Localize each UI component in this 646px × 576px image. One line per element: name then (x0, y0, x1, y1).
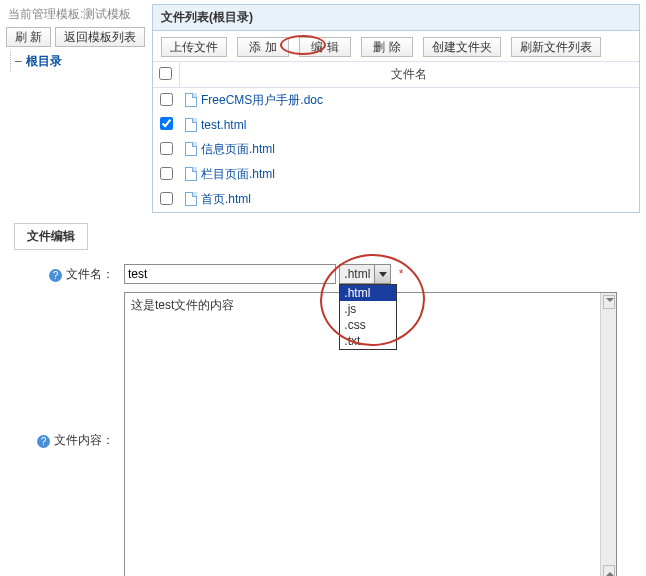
row-checkbox[interactable] (160, 142, 173, 155)
template-label-prefix: 当前管理模板: (8, 7, 83, 21)
file-list-heading-context: (根目录) (209, 10, 253, 24)
edit-button[interactable]: 编 辑 (299, 37, 351, 57)
file-icon (185, 167, 197, 181)
content-label: 文件内容： (54, 433, 114, 447)
row-checkbox[interactable] (160, 192, 173, 205)
required-mark: * (399, 267, 404, 281)
extension-option[interactable]: .html (340, 285, 396, 301)
editor-section: 文件编辑 ?文件名： .html .html.js.css.txt * ?文件内… (6, 223, 640, 576)
file-link[interactable]: FreeCMS用户手册.doc (201, 93, 323, 107)
back-to-templates-button[interactable]: 返回模板列表 (55, 27, 145, 47)
file-icon (185, 118, 197, 132)
file-icon (185, 142, 197, 156)
select-all-checkbox[interactable] (159, 67, 172, 80)
row-checkbox[interactable] (160, 117, 173, 130)
scrollbar[interactable] (600, 293, 616, 576)
table-row: FreeCMS用户手册.doc (153, 88, 639, 114)
refresh-list-button[interactable]: 刷新文件列表 (511, 37, 601, 57)
add-button[interactable]: 添 加 (237, 37, 289, 57)
file-link[interactable]: test.html (201, 118, 246, 132)
table-row: 首页.html (153, 187, 639, 212)
tree-dash-icon: – (15, 54, 22, 68)
extension-option[interactable]: .js (340, 301, 396, 317)
filename-label: 文件名： (66, 267, 114, 281)
table-row: test.html (153, 113, 639, 137)
upload-button[interactable]: 上传文件 (161, 37, 227, 57)
row-checkbox[interactable] (160, 167, 173, 180)
table-row: 信息页面.html (153, 137, 639, 162)
filename-input[interactable] (124, 264, 336, 284)
file-icon (185, 192, 197, 206)
scroll-down-icon[interactable] (603, 565, 615, 576)
extension-selected-value: .html (340, 267, 374, 281)
file-link[interactable]: 栏目页面.html (201, 167, 275, 181)
file-link[interactable]: 信息页面.html (201, 142, 275, 156)
editor-title: 文件编辑 (14, 223, 88, 250)
extension-dropdown[interactable]: .html.js.css.txt (339, 284, 397, 350)
file-link[interactable]: 首页.html (201, 192, 251, 206)
file-list-heading: 文件列表(根目录) (153, 5, 639, 31)
chevron-down-icon (374, 265, 390, 283)
col-filename-header: 文件名 (179, 62, 639, 88)
tree-root-label: 根目录 (26, 54, 62, 68)
file-toolbar: 上传文件 添 加 编 辑 删 除 创建文件夹 刷新文件列表 (153, 31, 639, 61)
extension-option[interactable]: .css (340, 317, 396, 333)
row-checkbox[interactable] (160, 93, 173, 106)
template-name: 测试模板 (83, 7, 131, 21)
extension-option[interactable]: .txt (340, 333, 396, 349)
scroll-up-icon[interactable] (603, 295, 615, 309)
create-folder-button[interactable]: 创建文件夹 (423, 37, 501, 57)
current-template-label: 当前管理模板:测试模板 (6, 4, 146, 27)
help-icon[interactable]: ? (49, 269, 62, 282)
file-table: 文件名 FreeCMS用户手册.doctest.html信息页面.html栏目页… (153, 61, 639, 212)
refresh-button[interactable]: 刷 新 (6, 27, 51, 47)
tree-root-node[interactable]: –根目录 (10, 51, 146, 72)
file-icon (185, 93, 197, 107)
help-icon[interactable]: ? (37, 435, 50, 448)
table-row: 栏目页面.html (153, 162, 639, 187)
file-list-heading-prefix: 文件列表 (161, 10, 209, 24)
extension-select[interactable]: .html (339, 264, 391, 284)
left-nav: 当前管理模板:测试模板 刷 新 返回模板列表 –根目录 (6, 4, 146, 72)
file-list-panel: 文件列表(根目录) 上传文件 添 加 编 辑 删 除 创建文件夹 刷新文件列表 … (152, 4, 640, 213)
delete-button[interactable]: 删 除 (361, 37, 413, 57)
